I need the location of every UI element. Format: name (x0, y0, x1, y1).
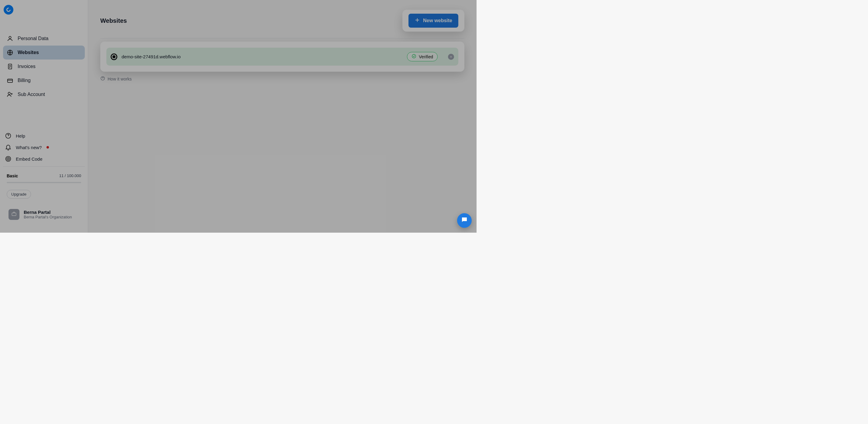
main: Websites New website demo-site-27491d.we… (88, 0, 476, 233)
nav-label: Embed Code (16, 156, 42, 162)
globe-icon (7, 49, 13, 56)
website-url: demo-site-27491d.webflow.io (122, 54, 403, 59)
check-circle-icon (411, 54, 416, 60)
plus-icon (414, 17, 420, 24)
globe-icon (111, 54, 117, 60)
user-name: Berna Partal (24, 209, 72, 215)
plan-name: Basic (7, 173, 18, 178)
svg-rect-3 (8, 79, 13, 82)
nav-invoices[interactable]: Invoices (3, 60, 85, 73)
nav-personal-data[interactable]: Personal Data (3, 32, 85, 45)
button-label: New website (423, 18, 452, 23)
sidebar: Personal Data Websites Invoices Billing … (0, 0, 88, 233)
status-label: Verified (419, 54, 433, 59)
help-icon (100, 76, 105, 82)
document-icon (7, 63, 13, 70)
main-header: Websites New website (100, 10, 464, 39)
nav-sub-account[interactable]: Sub Account (3, 88, 85, 101)
svg-point-6 (6, 156, 11, 162)
new-website-button[interactable]: New website (408, 14, 458, 28)
nav-whats-new[interactable]: What's new? (3, 141, 85, 153)
target-icon (5, 156, 11, 162)
delete-website-button[interactable] (448, 54, 454, 60)
nav-label: Invoices (18, 64, 36, 69)
logo[interactable] (0, 0, 88, 20)
svg-point-7 (7, 157, 9, 160)
plan-usage: 11 / 100.000 (59, 173, 81, 178)
status-badge: Verified (407, 52, 438, 61)
notification-dot (46, 146, 49, 149)
nav-billing[interactable]: Billing (3, 73, 85, 88)
upgrade-button[interactable]: Upgrade (7, 190, 31, 199)
close-icon (450, 54, 453, 60)
avatar (8, 209, 20, 220)
nav-label: Personal Data (18, 36, 48, 41)
new-website-highlight: New website (402, 10, 464, 32)
usage-bar (7, 182, 81, 183)
website-card: demo-site-27491d.webflow.io Verified (100, 42, 464, 72)
nav-help[interactable]: Help (3, 130, 85, 141)
how-it-works-link[interactable]: How it works (100, 76, 132, 82)
page-title: Websites (100, 17, 127, 24)
plan-block: Basic 11 / 100.000 Upgrade (3, 169, 85, 202)
help-icon (5, 132, 11, 139)
nav-label: Billing (18, 78, 31, 83)
main-nav: Personal Data Websites Invoices Billing … (0, 20, 88, 101)
svg-point-8 (8, 159, 8, 159)
nav-label: What's new? (16, 145, 42, 150)
nav-label: Websites (18, 50, 39, 55)
svg-rect-9 (12, 213, 16, 216)
person-icon (7, 35, 13, 42)
user-block[interactable]: Berna Partal Berna Partal's Organization (3, 202, 85, 227)
nav-embed-code[interactable]: Embed Code (3, 153, 85, 165)
chat-widget[interactable] (457, 213, 472, 228)
link-label: How it works (107, 76, 132, 81)
website-row[interactable]: demo-site-27491d.webflow.io Verified (106, 48, 458, 66)
person-add-icon (7, 91, 13, 98)
divider (3, 166, 85, 167)
card-icon (7, 77, 13, 84)
briefcase-icon (11, 211, 17, 218)
nav-websites[interactable]: Websites (3, 45, 85, 60)
nav-label: Help (16, 133, 25, 138)
svg-point-10 (412, 54, 416, 58)
svg-point-4 (8, 92, 10, 94)
bell-icon (5, 144, 11, 151)
nav-label: Sub Account (18, 92, 45, 97)
chat-icon (461, 216, 468, 225)
svg-point-0 (9, 36, 11, 39)
user-org: Berna Partal's Organization (24, 215, 72, 219)
